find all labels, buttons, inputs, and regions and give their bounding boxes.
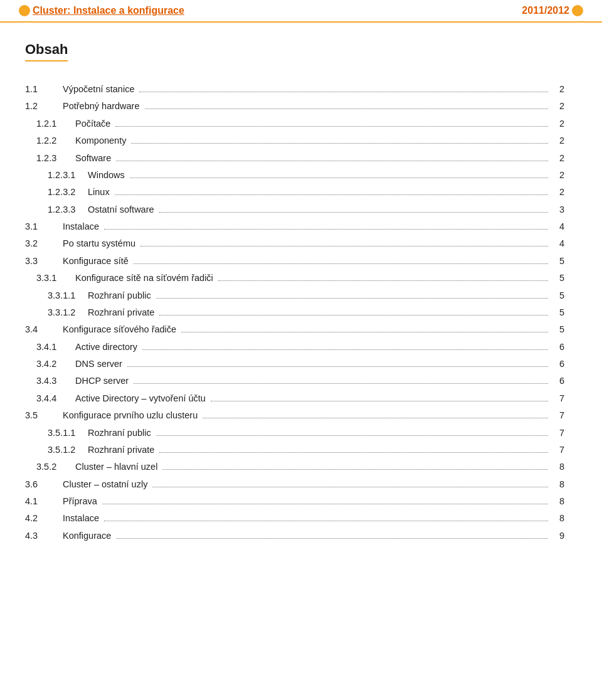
toc-label: Konfigurace prvního uzlu clusteru	[63, 408, 198, 423]
toc-item: 3.5Konfigurace prvního uzlu clusteru7	[25, 408, 564, 423]
toc-label: Rozhraní public	[88, 288, 151, 304]
toc-number: 3.5.2	[25, 459, 75, 475]
toc-page: 2	[553, 184, 564, 200]
toc-dots	[145, 109, 548, 109]
toc-label: Počítače	[75, 116, 110, 132]
toc-page: 8	[553, 494, 564, 509]
toc-item: 1.2.3.2Linux2	[25, 184, 564, 200]
toc-item: 3.2Po startu systému4	[25, 236, 564, 252]
toc-label: Instalace	[63, 511, 99, 526]
toc-number: 1.2.3.1	[25, 167, 88, 183]
toc-dots	[131, 143, 548, 144]
toc-page: 7	[553, 425, 564, 441]
toc-item: 4.1Příprava8	[25, 494, 564, 509]
toc-item: 1.1Výpočetní stanice2	[25, 82, 564, 97]
toc-number: 3.4.1	[25, 339, 75, 355]
toc-number: 1.1	[25, 82, 63, 97]
toc-label: Cluster – hlavní uzel	[75, 459, 157, 475]
toc-page: 5	[553, 270, 564, 286]
toc-number: 3.3.1.2	[25, 305, 88, 321]
toc-item: 1.2.2Komponenty2	[25, 133, 564, 149]
toc-number: 3.5.1.2	[25, 442, 88, 458]
toc-label: Konfigurace sítě	[63, 253, 129, 269]
toc-item: 3.5.1.2Rozhraní private7	[25, 442, 564, 458]
toc-number: 3.6	[25, 477, 63, 492]
toc-label: Konfigurace síťového řadiče	[63, 322, 176, 337]
toc-page: 5	[553, 253, 564, 269]
toc-page: 9	[553, 528, 564, 544]
toc-label: Linux	[88, 184, 110, 200]
toc-label: DHCP server	[75, 373, 129, 389]
toc-item: 3.1Instalace4	[25, 219, 564, 235]
toc-number: 3.3.1.1	[25, 288, 88, 304]
toc-label: Konfigurace	[63, 528, 111, 544]
header-title: Cluster: Instalace a konfigurace	[33, 5, 184, 16]
toc-page: 7	[553, 442, 564, 458]
toc-page: 4	[553, 236, 564, 252]
toc-dots	[156, 298, 548, 299]
toc-label: Cluster – ostatní uzly	[63, 477, 147, 492]
toc-label: DNS server	[75, 356, 122, 372]
toc-item: 3.5.2Cluster – hlavní uzel8	[25, 459, 564, 475]
toc-item: 1.2.3Software2	[25, 151, 564, 166]
toc-item: 4.2Instalace8	[25, 511, 564, 526]
toc-dots	[218, 280, 548, 281]
toc-page: 6	[553, 373, 564, 389]
toc-dots	[152, 487, 548, 487]
toc-page: 2	[553, 98, 564, 114]
toc-item: 3.4Konfigurace síťového řadiče5	[25, 322, 564, 337]
header: Cluster: Instalace a konfigurace 2011/20…	[0, 0, 602, 23]
toc-dots	[142, 349, 548, 350]
toc-number: 1.2.1	[25, 116, 75, 132]
page: Cluster: Instalace a konfigurace 2011/20…	[0, 0, 602, 700]
toc-item: 3.4.4Active Directory – vytvoření účtu7	[25, 391, 564, 406]
toc-dots	[116, 538, 548, 539]
toc-page: 7	[553, 408, 564, 423]
toc-number: 3.4	[25, 322, 63, 337]
toc-label: Potřebný hardware	[63, 98, 140, 114]
toc-dots	[134, 263, 548, 264]
toc-item: 3.3.1.1Rozhraní public5	[25, 288, 564, 304]
toc-dots	[134, 383, 548, 384]
toc-page: 3	[553, 202, 564, 218]
toc-label: Ostatní software	[88, 202, 154, 218]
header-circle-right	[572, 5, 583, 16]
toc-item: 3.6Cluster – ostatní uzly8	[25, 477, 564, 492]
toc-dots	[139, 92, 548, 92]
toc-dots	[159, 315, 548, 316]
header-circle-left	[19, 5, 30, 16]
toc-label: Instalace	[63, 219, 99, 235]
toc-label: Konfigurace sítě na síťovém řadiči	[75, 270, 213, 286]
toc-item: 3.3Konfigurace sítě5	[25, 253, 564, 269]
toc-page: 6	[553, 356, 564, 372]
toc-page: 5	[553, 288, 564, 304]
toc-dots	[115, 194, 548, 195]
toc-page: 4	[553, 219, 564, 235]
toc-dots	[127, 366, 548, 367]
toc-label: Po startu systému	[63, 236, 135, 252]
toc-page: 7	[553, 391, 564, 406]
toc-number: 3.4.3	[25, 373, 75, 389]
toc-page: 2	[553, 151, 564, 166]
toc-number: 4.3	[25, 528, 63, 544]
toc-list: 1.1Výpočetní stanice21.2Potřebný hardwar…	[25, 82, 564, 544]
toc-dots	[116, 161, 548, 161]
toc-item: 4.3Konfigurace9	[25, 528, 564, 544]
toc-label: Windows	[88, 167, 125, 183]
toc-number: 1.2.3.3	[25, 202, 88, 218]
toc-dots	[102, 504, 548, 504]
toc-item: 3.3.1.2Rozhraní private5	[25, 305, 564, 321]
toc-number: 4.1	[25, 494, 63, 509]
toc-item: 1.2.3.1Windows2	[25, 167, 564, 183]
toc-page: 5	[553, 305, 564, 321]
toc-dots	[130, 178, 548, 178]
toc-label: Rozhraní private	[88, 305, 154, 321]
toc-dots	[140, 246, 548, 247]
toc-page: 5	[553, 322, 564, 337]
toc-item: 3.3.1Konfigurace sítě na síťovém řadiči5	[25, 270, 564, 286]
toc-page: 2	[553, 82, 564, 97]
toc-dots	[203, 418, 548, 418]
toc-number: 3.5	[25, 408, 63, 423]
toc-label: Výpočetní stanice	[63, 82, 134, 97]
toc-label: Rozhraní public	[88, 425, 151, 441]
